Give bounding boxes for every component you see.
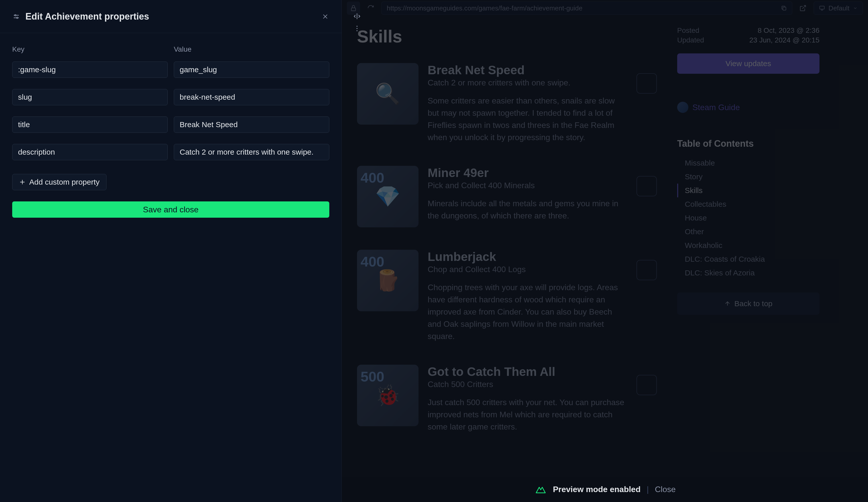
achievement-text: Got to Catch Them All Catch 500 Critters… [428,365,627,433]
right-sidebar: Posted 8 Oct, 2023 @ 2:36 Updated 23 Jun… [677,27,819,466]
close-panel-button[interactable] [321,12,329,21]
toc-item[interactable]: DLC: Skies of Azoria [677,266,819,280]
achievement-card: 500 🐞 Got to Catch Them All Catch 500 Cr… [357,357,657,448]
steam-guide-link[interactable]: Steam Guide [677,102,819,113]
achievement-subtitle: Catch 500 Critters [428,380,627,389]
steam-icon [677,102,688,113]
achievement-icon: 400 🪵 [357,250,418,311]
content-area: Skills 🔍 Break Net Speed Catch 2 or more… [342,16,868,476]
svg-rect-13 [783,7,786,10]
property-key-input[interactable] [12,144,168,160]
refresh-icon [367,4,374,12]
external-icon [799,4,806,12]
toc-item[interactable]: Story [677,170,819,184]
nuxt-icon [534,485,547,494]
achievement-description: Minerals include all the metals and gems… [428,197,627,222]
property-key-input[interactable] [12,117,168,133]
achievement-badge: 400 [361,169,384,186]
achievement-text: Lumberjack Chop and Collect 400 Logs Cho… [428,250,627,342]
achievement-icon: 🔍 [357,63,418,124]
achievement-card: 400 🪵 Lumberjack Chop and Collect 400 Lo… [357,242,657,357]
preview-divider: | [647,485,649,494]
property-row [12,117,329,133]
meta-label: Posted [677,27,699,34]
achievement-badge: 400 [361,253,384,270]
viewport-select[interactable]: Default [814,1,863,15]
achievement-checkbox[interactable] [637,260,657,280]
center-panels-button[interactable] [351,10,363,22]
toc-item[interactable]: DLC: Coasts of Croakia [677,252,819,266]
arrow-up-icon [724,300,731,307]
add-property-button[interactable]: Add custom property [12,174,106,190]
toc-item[interactable]: Workaholic [677,239,819,252]
achievement-checkbox[interactable] [637,73,657,93]
achievement-checkbox[interactable] [637,176,657,196]
achievement-subtitle: Pick and Collect 400 Minerals [428,181,627,190]
achievement-title: Break Net Speed [428,63,627,77]
toc-title: Table of Contents [677,138,819,149]
toc-item[interactable]: Missable [677,156,819,170]
toc-item[interactable]: Other [677,225,819,239]
svg-rect-15 [820,6,824,9]
viewport-label: Default [829,4,849,12]
save-button[interactable]: Save and close [12,201,329,218]
toc-item[interactable]: House [677,211,819,225]
key-header: Key [12,45,168,53]
achievement-text: Miner 49er Pick and Collect 400 Minerals… [428,166,627,222]
sliders-icon [12,12,20,21]
property-value-input[interactable] [174,89,329,105]
achievement-text: Break Net Speed Catch 2 or more critters… [428,63,627,143]
achievement-card: 🔍 Break Net Speed Catch 2 or more critte… [357,56,657,158]
property-row [12,61,329,78]
url-bar[interactable]: https://moonsgameguides.com/games/fae-fa… [381,1,792,15]
svg-point-3 [17,17,18,18]
value-header: Value [174,45,329,53]
headers-row: Key Value [12,45,329,53]
panel-title: Edit Achievement properties [25,11,316,22]
divider-controls [351,10,363,34]
achievement-checkbox[interactable] [637,375,657,395]
more-options-button[interactable] [351,22,363,34]
achievement-description: Chopping trees with your axe will provid… [428,281,627,342]
svg-point-11 [356,30,358,31]
preview-panel: https://moonsgameguides.com/games/fae-fa… [342,0,868,502]
achievement-card: 400 💎 Miner 49er Pick and Collect 400 Mi… [357,158,657,242]
achievement-title: Miner 49er [428,166,627,180]
meta-updated: Updated 23 Jun, 2024 @ 20:15 [677,36,819,44]
monitor-icon [819,5,825,11]
achievement-title: Got to Catch Them All [428,365,627,379]
achievement-icon: 400 💎 [357,166,418,227]
add-property-label: Add custom property [29,178,100,187]
meta-posted: Posted 8 Oct, 2023 @ 2:36 [677,27,819,34]
meta-value: 23 Jun, 2024 @ 20:15 [749,36,819,44]
achievement-title: Lumberjack [428,250,627,264]
svg-point-1 [15,14,16,16]
property-value-input[interactable] [174,117,329,133]
svg-point-10 [356,28,358,29]
property-row [12,89,329,105]
browser-toolbar: https://moonsgameguides.com/games/fae-fa… [342,0,868,16]
preview-text: Preview mode enabled [553,485,641,494]
open-external-button[interactable] [796,1,809,15]
copy-icon[interactable] [781,5,787,11]
preview-close-button[interactable]: Close [655,485,676,494]
meta-value: 8 Oct, 2023 @ 2:36 [758,27,819,34]
achievement-description: Just catch 500 critters with your net. Y… [428,396,627,433]
refresh-button[interactable] [364,1,377,15]
properties-panel: Edit Achievement properties Key Value [0,0,342,502]
svg-line-14 [802,6,806,9]
property-key-input[interactable] [12,89,168,105]
view-updates-button[interactable]: View updates [677,53,819,74]
property-value-input[interactable] [174,61,329,78]
achievement-subtitle: Chop and Collect 400 Logs [428,265,627,274]
toc-item[interactable]: Skills [677,184,819,197]
toc-item[interactable]: Collectables [677,197,819,211]
back-to-top-button[interactable]: Back to top [677,292,819,315]
property-value-input[interactable] [174,144,329,160]
back-to-top-label: Back to top [734,299,773,308]
main-content: Skills 🔍 Break Net Speed Catch 2 or more… [357,27,657,466]
property-key-input[interactable] [12,61,168,78]
toc-list: MissableStorySkillsCollectablesHouseOthe… [677,156,819,280]
svg-point-9 [356,26,358,27]
section-title: Skills [357,27,657,46]
